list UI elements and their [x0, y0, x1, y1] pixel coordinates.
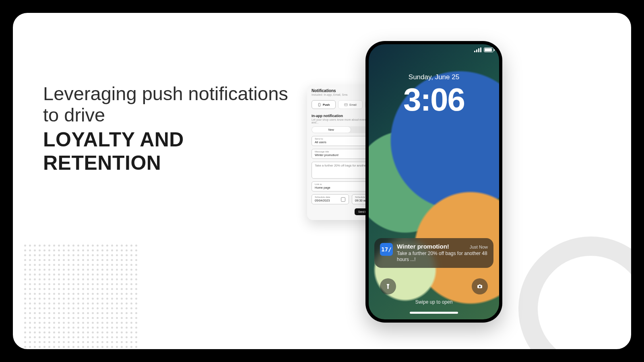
segment-new[interactable]: New	[312, 126, 351, 133]
slide-frame: Leveraging push notifications to drive L…	[8, 8, 636, 354]
flashlight-button[interactable]	[380, 278, 396, 294]
method-push-label: Push	[323, 103, 330, 106]
headline-bold: LOYALTY AND RETENTION	[43, 128, 301, 175]
camera-button[interactable]	[472, 278, 488, 294]
schedule-date-value: 05/04/2023	[315, 199, 346, 202]
notification-title: Winter promotion!	[397, 243, 449, 250]
notification-app-icon: 17/	[380, 243, 393, 256]
home-indicator[interactable]	[410, 312, 458, 314]
svg-point-4	[479, 286, 481, 287]
svg-rect-5	[479, 284, 481, 285]
phone-screen: Sunday, June 25 3:06 17/ Winter promotio…	[369, 44, 499, 319]
phone-icon	[318, 103, 321, 107]
schedule-date-label: Schedule date	[315, 196, 346, 198]
lockscreen-time: 3:06	[369, 81, 499, 118]
mail-icon	[344, 103, 348, 107]
dot-grid-decor	[24, 245, 145, 353]
headline-lead: Leveraging push notifications to drive	[43, 83, 301, 125]
camera-icon	[477, 283, 483, 290]
swipe-up-label: Swipe up to open	[369, 299, 499, 305]
method-email[interactable]: Email	[338, 100, 362, 109]
notification-body: Take a further 20% off bags for another …	[397, 251, 488, 263]
signal-icon	[474, 47, 481, 52]
battery-icon	[484, 47, 493, 52]
method-email-label: Email	[349, 103, 357, 106]
flashlight-icon	[385, 283, 391, 290]
notification-time: Just Now	[470, 245, 488, 249]
lockscreen-date: Sunday, June 25	[369, 73, 499, 81]
method-push[interactable]: Push	[312, 100, 336, 109]
push-notification[interactable]: 17/ Winter promotion! Just Now Take a fu…	[374, 238, 493, 268]
phone-mockup: Sunday, June 25 3:06 17/ Winter promotio…	[365, 41, 502, 323]
ring-decor	[518, 237, 636, 354]
svg-point-1	[319, 105, 320, 106]
headline: Leveraging push notifications to drive L…	[43, 83, 301, 175]
schedule-date-input[interactable]: Schedule date 05/04/2023	[312, 194, 349, 204]
status-bar	[474, 47, 493, 52]
